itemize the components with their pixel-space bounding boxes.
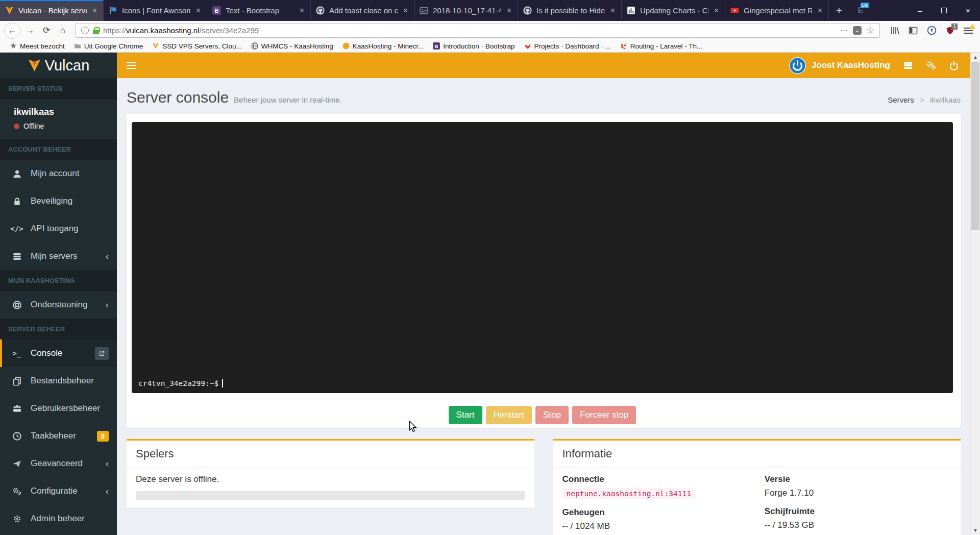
bookmark-most-visited[interactable]: Meest bezocht	[5, 40, 69, 52]
sidebar-item-gebruikersbeheer[interactable]: Gebruikersbeheer	[0, 395, 117, 422]
tab-close-icon[interactable]: ×	[817, 6, 823, 15]
avatar[interactable]	[789, 57, 806, 74]
bookmark-star-icon[interactable]: ☆	[867, 25, 874, 36]
app-header: Joost KaasHosting	[117, 53, 970, 78]
sidebar-item-bestandsbeheer[interactable]: Bestandsbeheer	[0, 367, 117, 395]
tab-close-icon[interactable]: ×	[609, 6, 616, 15]
tab-chartjs[interactable]: Updating Charts · Chart.js d ×	[622, 0, 725, 21]
tab-fontawesome[interactable]: Icons | Font Awesome ×	[104, 0, 207, 21]
restart-button[interactable]: Herstart	[486, 406, 532, 424]
stop-button[interactable]: Stop	[535, 406, 569, 424]
brand-logo[interactable]: Vulcan	[0, 53, 117, 78]
sidebar-item-geavanceerd[interactable]: Geavanceerd ‹	[0, 450, 117, 477]
gitlab-icon	[524, 42, 531, 50]
home-button[interactable]: ⌂	[55, 23, 70, 38]
github-icon	[316, 6, 325, 15]
breadcrumb-separator: >	[920, 95, 924, 104]
update-warning-icon	[969, 24, 975, 29]
password-manager-icon[interactable]	[924, 23, 939, 38]
sidebar-item-label: Ondersteuning	[31, 300, 88, 310]
sidebar-section-kaashosting: MIJN KAASHOSTING	[0, 270, 117, 291]
content-area: Server console Beheer jouw server in rea…	[117, 78, 970, 535]
sidebar-item-mijn-account[interactable]: Mijn account	[0, 160, 117, 187]
page-scrollbar[interactable]: ▲ ▼	[970, 53, 980, 535]
new-tab-button[interactable]: +	[829, 0, 849, 21]
tab-close-icon[interactable]: ×	[299, 6, 305, 15]
tab-bootstrap-text[interactable]: B Text · Bootstrap ×	[207, 0, 311, 21]
tab-close-icon[interactable]: ×	[506, 6, 512, 15]
bookmark-gitlab[interactable]: Projects · Dashboard · ...	[520, 40, 616, 52]
close-button[interactable]: ×	[956, 0, 980, 21]
tab-title: Text · Bootstrap	[226, 6, 294, 15]
library-icon[interactable]	[887, 23, 902, 38]
breadcrumb-servers-link[interactable]: Servers	[888, 95, 914, 104]
sidebar-item-console[interactable]: >_ Console	[0, 339, 117, 367]
tab-close-icon[interactable]: ×	[91, 6, 98, 15]
bookmark-ssd-vps[interactable]: SSD VPS Servers, Clou...	[148, 40, 246, 52]
language-extension-icon[interactable]: E LG	[849, 0, 872, 21]
youtube-icon	[730, 6, 739, 15]
pocket-icon[interactable]: ⌄	[853, 26, 862, 35]
maximize-button[interactable]	[932, 0, 956, 21]
bookmark-bootstrap[interactable]: BIntroduction · Bootstrap	[428, 40, 519, 52]
logout-button[interactable]	[942, 53, 965, 78]
sidebar-item-label: Gebruikersbeheer	[31, 403, 100, 414]
folder-icon	[74, 42, 81, 50]
tab-gif-image[interactable]: 2018-10-10_17-41-42.gif (GIF Ima ×	[414, 0, 518, 21]
terminal-icon: >_	[11, 349, 22, 357]
sidebar-item-ondersteuning[interactable]: Ondersteuning ‹	[0, 291, 117, 319]
my-servers-button[interactable]	[896, 53, 919, 78]
bookmark-chrome-folder[interactable]: Uit Google Chrome	[69, 40, 148, 52]
logged-in-user[interactable]: Joost KaasHosting	[812, 60, 890, 70]
settings-button[interactable]	[919, 53, 942, 78]
tab-youtube[interactable]: Gingerspecial met René van ×	[725, 0, 829, 21]
bookmark-whmcs[interactable]: WHMCS - KaasHosting	[247, 40, 338, 52]
sidebars-icon[interactable]	[905, 23, 921, 38]
https-lock-icon[interactable]	[93, 30, 99, 34]
url-bar[interactable]: i https://vulcan.kaashosting.nl/server/3…	[76, 23, 880, 38]
sidebar-item-mijn-servers[interactable]: Mijn servers ‹	[0, 242, 117, 270]
adblock-shield-icon[interactable]: 1	[942, 23, 958, 38]
sidebar-item-beveiliging[interactable]: Beveiliging	[0, 187, 117, 215]
github-icon	[523, 6, 532, 15]
open-console-external-button[interactable]	[95, 347, 109, 360]
server-list-icon	[903, 60, 913, 70]
chevron-left-icon: ‹	[106, 485, 109, 497]
reload-button[interactable]: ⟳	[39, 23, 54, 38]
memory-label: Geheugen	[562, 507, 749, 518]
sidebar-item-taakbeheer[interactable]: Taakbeheer 0	[0, 422, 117, 450]
tab-vulcan[interactable]: Vulcan - Bekijk server ikwilka ×	[0, 0, 104, 21]
menu-button[interactable]	[961, 23, 976, 38]
tab-github-toast[interactable]: Add toast close on click (wit ×	[311, 0, 414, 21]
server-terminal[interactable]: cr4tvn_34e2a299:~$	[132, 122, 953, 393]
kaashosting-icon	[342, 42, 350, 50]
scroll-down-arrow[interactable]: ▼	[971, 528, 980, 533]
sidebar-item-api-toegang[interactable]: </> API toegang	[0, 215, 117, 242]
bookmark-laravel[interactable]: Routing - Laravel - Th...	[616, 40, 707, 52]
page-info-icon[interactable]: i	[81, 27, 89, 34]
page-actions-icon[interactable]: ⋯	[840, 26, 848, 35]
sidebar-item-admin-beheer[interactable]: Admin beheer	[0, 505, 117, 532]
bookmark-kaashosting[interactable]: KaasHosting - Minecr...	[338, 40, 429, 52]
sidebar-item-label: API toegang	[31, 224, 79, 234]
terminal-caret	[222, 379, 223, 387]
sidebar-item-configuratie[interactable]: Configuratie ‹	[0, 477, 117, 505]
scrollbar-thumb[interactable]	[971, 62, 979, 230]
tab-close-icon[interactable]: ×	[195, 6, 202, 15]
force-stop-button[interactable]: Forceer stop	[572, 406, 636, 424]
back-button[interactable]: ←	[4, 22, 20, 39]
tab-github-points[interactable]: Is it possible to Hide Points ×	[518, 0, 622, 21]
tab-close-icon[interactable]: ×	[402, 6, 409, 15]
tab-title: Add toast close on click (wit	[329, 6, 398, 15]
start-button[interactable]: Start	[449, 406, 482, 424]
tab-close-icon[interactable]: ×	[713, 6, 720, 15]
sidebar-section-server-beheer: SERVER BEHEER	[0, 319, 117, 339]
sidebar-toggle-button[interactable]	[117, 53, 146, 78]
scroll-up-arrow[interactable]: ▲	[971, 55, 980, 60]
disk-label: Schijfruimte	[765, 506, 951, 517]
forward-button[interactable]: →	[22, 23, 38, 38]
url-text[interactable]: https://vulcan.kaashosting.nl/server/34e…	[103, 26, 836, 35]
clock-icon	[11, 431, 22, 441]
info-card-title: Informatie	[553, 441, 961, 468]
minimize-button[interactable]: –	[908, 0, 932, 21]
